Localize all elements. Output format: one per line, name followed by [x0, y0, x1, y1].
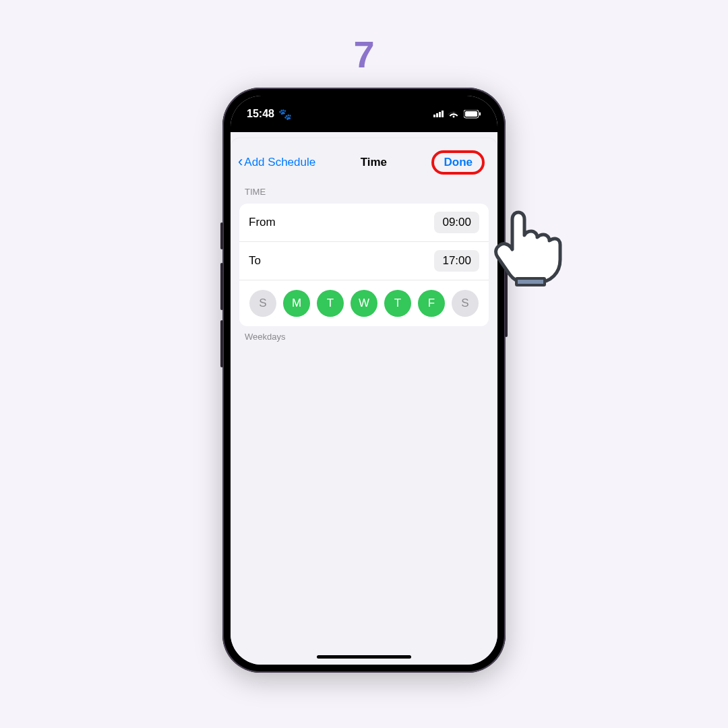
day-toggle-2[interactable]: T	[317, 290, 344, 317]
from-label: From	[249, 216, 276, 229]
phone-screen: 15:48 🐾 ‹ Add Schedule Time Done TIME	[231, 96, 497, 665]
day-toggle-5[interactable]: F	[418, 290, 445, 317]
to-label: To	[249, 254, 261, 268]
day-toggle-4[interactable]: T	[384, 290, 411, 317]
step-number: 7	[0, 32, 728, 76]
page-title: Time	[361, 156, 387, 169]
modal-sheet: ‹ Add Schedule Time Done TIME From 09:00…	[231, 138, 497, 665]
home-indicator-icon[interactable]	[317, 655, 411, 659]
section-header: TIME	[231, 184, 497, 200]
volume-up-icon	[220, 263, 223, 310]
chevron-left-icon: ‹	[238, 154, 243, 169]
day-toggle-6[interactable]: S	[452, 290, 479, 317]
paw-icon: 🐾	[278, 108, 292, 121]
volume-down-icon	[220, 320, 223, 367]
day-selector: SMTWTFS	[239, 280, 489, 326]
day-toggle-0[interactable]: S	[249, 290, 276, 317]
phone-frame: 15:48 🐾 ‹ Add Schedule Time Done TIME	[222, 88, 506, 673]
to-value[interactable]: 17:00	[434, 250, 479, 272]
svg-rect-1	[465, 111, 477, 117]
power-button-icon	[505, 270, 508, 337]
done-highlight: Done	[431, 150, 485, 175]
day-toggle-1[interactable]: M	[283, 290, 310, 317]
cellular-icon	[433, 111, 444, 117]
back-button[interactable]: ‹ Add Schedule	[238, 155, 315, 170]
to-row[interactable]: To 17:00	[239, 242, 489, 280]
silence-switch-icon	[220, 222, 223, 249]
svg-rect-2	[479, 112, 481, 115]
time-list: From 09:00 To 17:00 SMTWTFS	[239, 204, 489, 326]
statusbar-time: 15:48	[247, 108, 274, 120]
dynamic-island-icon	[324, 108, 404, 131]
back-label: Add Schedule	[244, 156, 315, 169]
battery-icon	[464, 110, 481, 119]
navigation-bar: ‹ Add Schedule Time Done	[231, 144, 497, 184]
svg-rect-3	[516, 278, 545, 285]
days-caption: Weekdays	[231, 326, 497, 347]
day-toggle-3[interactable]: W	[351, 290, 377, 317]
done-button[interactable]: Done	[434, 153, 482, 172]
from-value[interactable]: 09:00	[434, 212, 479, 233]
from-row[interactable]: From 09:00	[239, 204, 489, 242]
wifi-icon	[448, 109, 460, 119]
